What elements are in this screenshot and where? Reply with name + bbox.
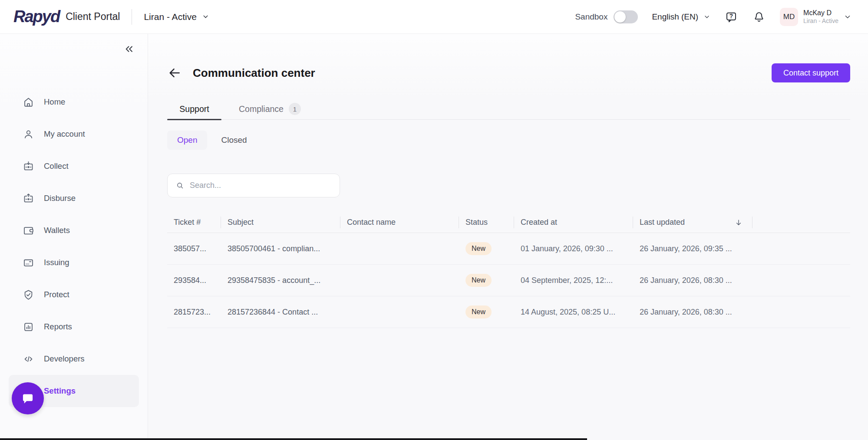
tab-compliance[interactable]: Compliance 1 xyxy=(234,99,305,119)
tab-support[interactable]: Support xyxy=(167,99,221,119)
search-box xyxy=(167,174,340,197)
back-button[interactable] xyxy=(167,66,182,80)
cell-created-at: 14 August, 2025, 08:25 U... xyxy=(514,308,633,317)
double-chevron-left-icon xyxy=(122,43,135,56)
rapyd-client-portal: Rapyd Client Portal Liran - Active Sandb… xyxy=(0,0,868,440)
cell-last-updated: 26 January, 2026, 08:30 ... xyxy=(633,276,752,285)
cell-created-at: 04 September, 2025, 12:... xyxy=(514,276,633,285)
help-button[interactable]: ? xyxy=(724,10,738,24)
collapse-sidebar-button[interactable] xyxy=(122,43,135,56)
tab-bar: Support Compliance 1 xyxy=(167,99,850,120)
table-row[interactable]: 2815723... 28157236844 - Contact ... New… xyxy=(167,296,850,328)
cell-subject: 38505700461 - complian... xyxy=(221,244,340,253)
language-label: English (EN) xyxy=(652,12,698,22)
user-org: Liran - Active xyxy=(803,17,838,25)
notifications-button[interactable] xyxy=(752,10,766,24)
status-badge: New xyxy=(465,274,492,287)
sidebar: Home My account Collect Disburse xyxy=(0,34,148,440)
wallet-icon xyxy=(23,225,34,236)
sidebar-item-wallets[interactable]: Wallets xyxy=(9,214,139,246)
column-header-last-updated[interactable]: Last updated xyxy=(633,212,752,233)
search-icon xyxy=(175,181,185,190)
org-selector[interactable]: Liran - Active xyxy=(144,12,209,22)
product-name: Client Portal xyxy=(66,11,120,23)
filter-open[interactable]: Open xyxy=(167,131,207,150)
cell-last-updated: 26 January, 2026, 09:35 ... xyxy=(633,244,752,253)
report-icon xyxy=(23,321,34,333)
sidebar-item-label: Wallets xyxy=(44,226,70,235)
svg-text:?: ? xyxy=(729,13,733,20)
cell-ticket: 385057... xyxy=(167,244,221,253)
top-header: Rapyd Client Portal Liran - Active Sandb… xyxy=(0,0,868,34)
tab-label: Compliance xyxy=(239,104,284,114)
bell-icon xyxy=(752,10,766,23)
sidebar-item-disburse[interactable]: Disburse xyxy=(9,182,139,214)
user-name: McKay D xyxy=(803,9,838,17)
search-input[interactable] xyxy=(190,181,332,190)
help-icon: ? xyxy=(725,10,738,23)
sidebar-item-label: Settings xyxy=(44,386,76,396)
cell-created-at: 01 January, 2026, 09:30 ... xyxy=(514,244,633,253)
user-menu[interactable]: MD McKay D Liran - Active xyxy=(780,8,851,26)
column-header-subject[interactable]: Subject xyxy=(221,212,340,233)
cell-subject: 29358475835 - account_... xyxy=(221,276,340,285)
arrow-left-icon xyxy=(167,66,182,80)
shield-check-icon xyxy=(23,289,34,301)
collect-icon xyxy=(23,161,34,172)
main-content: Communication center Contact support Sup… xyxy=(148,34,868,440)
sidebar-item-my-account[interactable]: My account xyxy=(9,118,139,150)
cell-ticket: 293584... xyxy=(167,276,221,285)
toggle-knob xyxy=(614,11,626,23)
sidebar-item-developers[interactable]: Developers xyxy=(9,343,139,375)
cell-last-updated: 26 January, 2026, 08:30 ... xyxy=(633,308,752,317)
chat-bubble-icon xyxy=(20,390,36,407)
sidebar-item-label: My account xyxy=(44,129,85,139)
tickets-table: Ticket # Subject Contact name Status Cre… xyxy=(167,212,850,328)
column-header-actions xyxy=(752,212,850,233)
sidebar-item-label: Home xyxy=(44,97,65,107)
contact-support-button[interactable]: Contact support xyxy=(772,63,850,82)
sidebar-item-label: Issuing xyxy=(44,258,69,267)
sidebar-nav: Home My account Collect Disburse xyxy=(0,34,148,407)
chevron-down-icon xyxy=(202,13,209,20)
column-header-status[interactable]: Status xyxy=(459,212,514,233)
code-icon xyxy=(23,353,34,365)
tab-label: Support xyxy=(179,104,209,114)
chevron-down-icon xyxy=(844,13,851,21)
sandbox-control: Sandbox xyxy=(575,10,638,23)
sandbox-label: Sandbox xyxy=(575,12,607,22)
table-row[interactable]: 385057... 38505700461 - complian... New … xyxy=(167,233,850,265)
sort-descending-icon xyxy=(734,218,743,227)
cell-status: New xyxy=(459,242,514,255)
sidebar-item-collect[interactable]: Collect xyxy=(9,150,139,182)
sidebar-item-protect[interactable]: Protect xyxy=(9,279,139,311)
status-filter: Open Closed xyxy=(167,131,850,150)
sidebar-item-label: Developers xyxy=(44,354,85,364)
filter-closed[interactable]: Closed xyxy=(219,131,248,150)
column-header-contact-name[interactable]: Contact name xyxy=(340,212,459,233)
table-row[interactable]: 293584... 29358475835 - account_... New … xyxy=(167,265,850,296)
user-icon xyxy=(23,128,34,140)
card-icon xyxy=(23,257,34,269)
column-header-created-at[interactable]: Created at xyxy=(514,212,633,233)
chevron-down-icon xyxy=(703,13,710,20)
page-title: Communication center xyxy=(193,66,315,80)
cell-status: New xyxy=(459,305,514,319)
sidebar-item-home[interactable]: Home xyxy=(9,86,139,118)
org-selector-label: Liran - Active xyxy=(144,12,196,22)
bottom-edge-bar xyxy=(0,438,587,440)
column-header-ticket[interactable]: Ticket # xyxy=(167,212,221,233)
sidebar-item-reports[interactable]: Reports xyxy=(9,311,139,343)
page-header: Communication center Contact support xyxy=(167,63,850,82)
sidebar-item-label: Collect xyxy=(44,161,69,171)
status-badge: New xyxy=(465,305,492,319)
rapyd-logo: Rapyd xyxy=(13,7,59,26)
sidebar-item-label: Disburse xyxy=(44,194,76,203)
avatar: MD xyxy=(780,8,798,26)
sidebar-item-issuing[interactable]: Issuing xyxy=(9,246,139,279)
sandbox-toggle[interactable] xyxy=(614,10,638,23)
language-selector[interactable]: English (EN) xyxy=(652,12,710,22)
sidebar-item-label: Reports xyxy=(44,322,72,332)
sidebar-item-label: Protect xyxy=(44,290,69,299)
chat-widget-button[interactable] xyxy=(12,382,44,414)
